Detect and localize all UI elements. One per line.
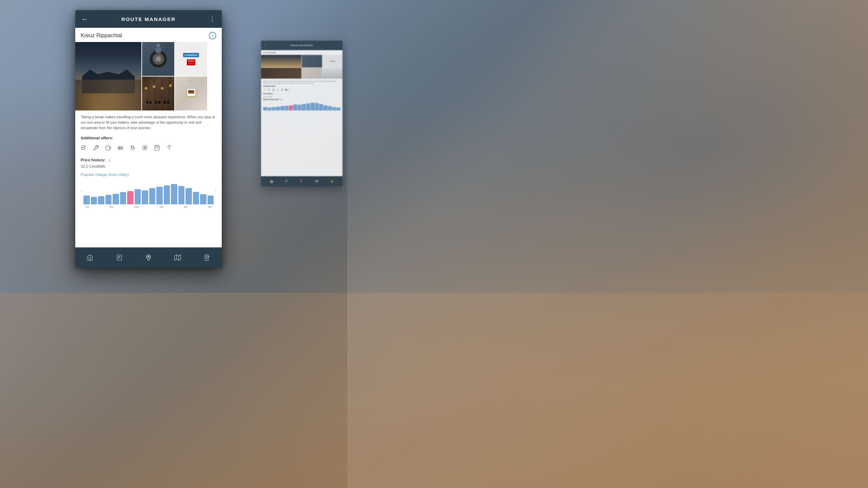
- svg-point-13: [118, 147, 123, 148]
- chart-bar: [120, 192, 126, 204]
- photo-bosch-estation[interactable]: e-Station BOSCHService: [175, 42, 207, 76]
- medical-icon[interactable]: [164, 143, 174, 153]
- chart-next-button[interactable]: ›: [215, 189, 216, 194]
- chart-bar: [164, 185, 170, 204]
- svg-point-27: [206, 258, 206, 258]
- photo-grid: e-Station BOSCHService: [75, 42, 222, 111]
- photo-rest-area[interactable]: [75, 42, 141, 110]
- location-pin-icon: [145, 254, 152, 261]
- price-history-section: Price history: ↓: [75, 155, 222, 164]
- photo-interior[interactable]: [142, 77, 174, 110]
- chart-labels: 6a 9a 12p 3p 6p 9p: [75, 204, 222, 210]
- service-icon[interactable]: [140, 143, 150, 153]
- bg-phone-header: ← ROUTE MANAGER ⋮: [261, 41, 342, 50]
- app-content: Kreuz Rippachtal +: [75, 28, 222, 247]
- food-stack-icon[interactable]: [115, 143, 125, 153]
- photo-mechanic[interactable]: [142, 42, 174, 76]
- chart-bar: [178, 186, 185, 204]
- bg-hand: [347, 0, 868, 488]
- nav-home[interactable]: [84, 253, 96, 262]
- menu-button[interactable]: ⋮: [208, 15, 216, 23]
- additional-offers-label: Additional offers:: [75, 134, 222, 141]
- restaurant-icon[interactable]: [127, 143, 138, 153]
- home-icon: [86, 254, 93, 261]
- chart-bars: [82, 184, 215, 204]
- chart-bar: [98, 196, 104, 204]
- price-value: 32,2 Cent/kWh: [75, 164, 222, 170]
- svg-rect-25: [205, 255, 208, 261]
- parking-icon: [116, 254, 123, 261]
- charge-times-chart: ‹ ›: [75, 177, 222, 204]
- ev-charging-icon[interactable]: [79, 143, 89, 153]
- main-phone: ← ROUTE MANAGER ⋮ Kreuz Rippachtal +: [75, 10, 222, 268]
- chart-bar: [135, 189, 141, 204]
- chart-bar: [91, 197, 97, 205]
- chart-bar: [208, 196, 214, 204]
- chart-bar: [105, 195, 112, 205]
- bottom-navigation: [75, 247, 222, 268]
- map-icon: [174, 254, 181, 261]
- chart-bar: [83, 196, 90, 204]
- back-button[interactable]: ←: [81, 15, 89, 23]
- shopping-bag-icon[interactable]: [152, 143, 162, 153]
- charging-station-icon: [204, 254, 211, 261]
- photo-cafe[interactable]: [175, 77, 207, 110]
- offers-icons-row: [75, 141, 222, 155]
- app-title: ROUTE MANAGER: [89, 16, 208, 22]
- background-phone: ← ROUTE MANAGER ⋮ Kreuz Rippachtal e-Sta…: [261, 41, 342, 186]
- chart-bar: [142, 190, 148, 204]
- charge-times-header: Popular charge times (daily): [75, 170, 222, 177]
- location-header: Kreuz Rippachtal +: [75, 28, 222, 42]
- wrench-icon[interactable]: [91, 143, 101, 153]
- svg-rect-26: [206, 256, 208, 257]
- coffee-cup-icon[interactable]: [103, 143, 113, 153]
- app-header: ← ROUTE MANAGER ⋮: [75, 10, 222, 28]
- nav-map[interactable]: [172, 253, 184, 262]
- chart-bar: [127, 191, 134, 204]
- chart-bar: [156, 187, 163, 205]
- price-history-label: Price history:: [81, 158, 106, 162]
- chart-bar: [149, 188, 156, 205]
- chart-bar: [200, 194, 206, 204]
- description-text: Taking a break makes travelling a much m…: [75, 111, 222, 134]
- svg-marker-22: [175, 255, 181, 261]
- nav-charging[interactable]: [201, 253, 213, 262]
- bg-phone-nav: 🏠 P 📍 🗺 ⚡: [261, 176, 342, 186]
- price-trend-icon: ↓: [108, 157, 111, 163]
- nav-parking[interactable]: [113, 253, 125, 262]
- chart-bar: [171, 184, 177, 204]
- svg-point-28: [207, 258, 207, 258]
- chart-bar: [185, 188, 192, 205]
- nav-location[interactable]: [142, 253, 155, 262]
- location-name: Kreuz Rippachtal: [81, 33, 122, 39]
- add-button[interactable]: +: [209, 32, 216, 39]
- bg-phone-content: Kreuz Rippachtal e-Station Taking a brea…: [261, 50, 342, 176]
- chart-bar: [113, 194, 119, 205]
- chart-bar: [193, 192, 199, 205]
